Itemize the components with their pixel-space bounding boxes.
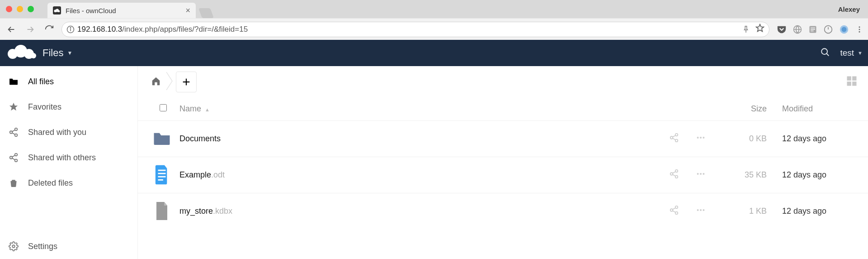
column-name[interactable]: Name bbox=[179, 104, 201, 113]
sidebar: All files Favorites Shared with you Shar… bbox=[0, 66, 138, 259]
view-grid-button[interactable] bbox=[845, 75, 858, 89]
sidebar-item-all-files[interactable]: All files bbox=[0, 69, 137, 94]
svg-line-67 bbox=[673, 211, 675, 212]
sidebar-item-settings[interactable]: Settings bbox=[0, 234, 137, 259]
svg-point-62 bbox=[703, 173, 704, 174]
file-modified: 12 days ago bbox=[778, 120, 868, 157]
svg-point-36 bbox=[12, 245, 15, 248]
svg-line-59 bbox=[673, 174, 675, 176]
svg-rect-39 bbox=[847, 77, 851, 81]
file-size: 35 KB bbox=[714, 157, 778, 193]
power-icon[interactable] bbox=[824, 25, 833, 34]
window-close-button[interactable] bbox=[6, 6, 12, 12]
back-button[interactable] bbox=[5, 23, 18, 36]
breadcrumb-home[interactable] bbox=[146, 72, 166, 91]
globe-icon[interactable] bbox=[793, 25, 802, 34]
pin-icon[interactable] bbox=[743, 26, 749, 33]
sidebar-item-shared-with-you[interactable]: Shared with you bbox=[0, 120, 137, 145]
add-button[interactable] bbox=[176, 72, 197, 92]
owncloud-logo[interactable] bbox=[5, 44, 38, 62]
svg-point-22 bbox=[31, 53, 36, 58]
more-icon[interactable] bbox=[695, 169, 706, 181]
svg-line-24 bbox=[827, 53, 829, 56]
search-icon[interactable] bbox=[820, 47, 830, 59]
svg-point-28 bbox=[15, 134, 18, 137]
sidebar-item-shared-with-others[interactable]: Shared with others bbox=[0, 145, 137, 170]
svg-point-33 bbox=[15, 159, 18, 162]
file-name: Example bbox=[179, 170, 211, 179]
browser-tab[interactable]: Files - ownCloud × bbox=[47, 3, 196, 18]
table-row[interactable]: Documents 0 KB 12 days ago bbox=[138, 120, 868, 157]
svg-rect-9 bbox=[811, 27, 815, 28]
new-tab-button[interactable] bbox=[198, 8, 214, 18]
url-path: /index.php/apps/files/?dir=/&fileid=15 bbox=[122, 25, 248, 34]
svg-point-2 bbox=[58, 10, 60, 12]
close-tab-icon[interactable]: × bbox=[185, 6, 190, 15]
app-header: Files ▼ test ▼ bbox=[0, 40, 868, 66]
caret-down-icon: ▼ bbox=[67, 50, 72, 56]
sidebar-item-label: Favorites bbox=[28, 102, 61, 112]
svg-point-26 bbox=[15, 128, 18, 131]
svg-point-48 bbox=[697, 136, 699, 138]
owncloud-favicon bbox=[53, 6, 61, 14]
column-modified[interactable]: Modified bbox=[782, 104, 813, 113]
svg-point-50 bbox=[703, 136, 704, 138]
gear-icon bbox=[8, 241, 19, 251]
kebab-menu-icon[interactable] bbox=[855, 25, 863, 34]
svg-rect-42 bbox=[852, 82, 856, 86]
folder-icon bbox=[8, 77, 19, 86]
file-icon bbox=[152, 199, 171, 223]
reload-button[interactable] bbox=[42, 23, 56, 36]
breadcrumb-separator bbox=[166, 72, 174, 92]
folder-icon bbox=[152, 127, 171, 150]
share-icon[interactable] bbox=[669, 133, 679, 145]
bookmark-icon[interactable] bbox=[755, 24, 764, 35]
file-ext: .kdbx bbox=[213, 206, 232, 216]
svg-point-44 bbox=[670, 136, 673, 139]
table-row[interactable]: my_store.kdbx 1 KB 12 days ago bbox=[138, 193, 868, 229]
file-ext: .odt bbox=[211, 170, 225, 179]
svg-line-29 bbox=[12, 130, 15, 132]
select-all-checkbox[interactable] bbox=[160, 104, 167, 111]
svg-point-15 bbox=[842, 27, 847, 32]
sidebar-item-favorites[interactable]: Favorites bbox=[0, 94, 137, 120]
svg-rect-41 bbox=[847, 82, 851, 86]
controls-bar bbox=[138, 66, 868, 98]
user-label: test bbox=[840, 48, 854, 58]
article-icon[interactable] bbox=[808, 25, 817, 34]
document-icon bbox=[152, 163, 171, 187]
sidebar-item-label: All files bbox=[28, 77, 54, 86]
os-username: Alexey bbox=[838, 5, 860, 13]
address-bar[interactable]: 192.168.10.3/index.php/apps/files/?dir=/… bbox=[61, 22, 769, 37]
browser-tab-title: Files - ownCloud bbox=[66, 7, 181, 14]
user-menu[interactable]: test ▼ bbox=[840, 48, 863, 58]
svg-point-61 bbox=[700, 173, 702, 174]
more-icon[interactable] bbox=[695, 133, 706, 145]
app-nav-dropdown[interactable]: Files ▼ bbox=[42, 47, 72, 59]
share-icon[interactable] bbox=[669, 169, 679, 181]
svg-line-30 bbox=[12, 133, 15, 134]
file-size: 0 KB bbox=[714, 120, 778, 157]
file-name: my_store bbox=[179, 206, 213, 216]
more-icon[interactable] bbox=[695, 205, 706, 217]
svg-point-60 bbox=[697, 173, 699, 174]
column-size[interactable]: Size bbox=[751, 104, 767, 113]
window-fullscreen-button[interactable] bbox=[28, 6, 34, 12]
sidebar-item-label: Shared with you bbox=[28, 128, 86, 137]
firefox-ext-icon[interactable] bbox=[839, 24, 849, 34]
browser-toolbar: 192.168.10.3/index.php/apps/files/?dir=/… bbox=[0, 18, 868, 40]
forward-button[interactable] bbox=[24, 23, 37, 36]
sidebar-item-label: Shared with others bbox=[28, 153, 96, 163]
sidebar-item-deleted-files[interactable]: Deleted files bbox=[0, 170, 137, 196]
info-icon bbox=[66, 25, 75, 34]
svg-point-45 bbox=[675, 139, 678, 142]
svg-rect-40 bbox=[852, 77, 856, 81]
table-row[interactable]: Example.odt 35 KB 12 days ago bbox=[138, 157, 868, 193]
pocket-icon[interactable] bbox=[777, 24, 787, 34]
svg-marker-25 bbox=[9, 103, 18, 110]
share-icon[interactable] bbox=[669, 205, 679, 217]
svg-point-64 bbox=[670, 209, 673, 211]
svg-point-16 bbox=[859, 26, 860, 28]
svg-point-23 bbox=[822, 48, 828, 54]
window-minimize-button[interactable] bbox=[17, 6, 23, 12]
